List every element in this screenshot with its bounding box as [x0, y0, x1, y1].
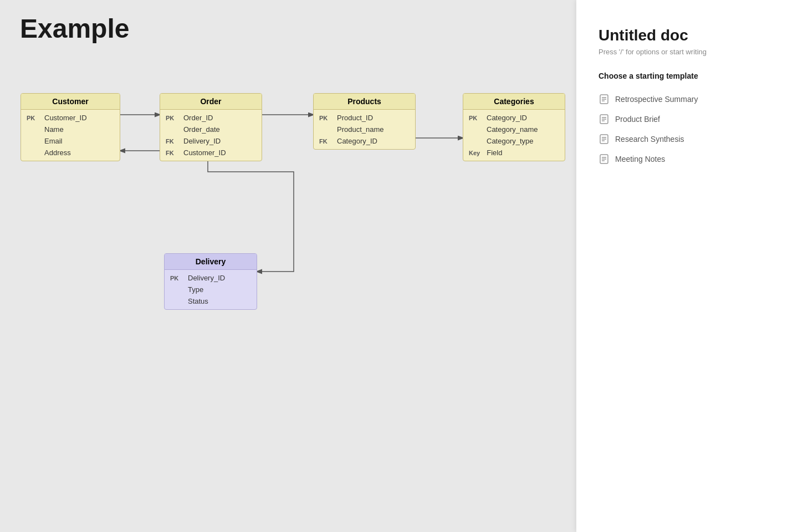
entity-categories-header: Categories — [463, 94, 565, 110]
table-row: FK Category_ID — [314, 135, 415, 147]
key-label: FK — [166, 138, 177, 145]
field-label: Product_ID — [337, 114, 373, 122]
field-label: Product_name — [337, 125, 384, 134]
entity-products-body: PK Product_ID Product_name FK Category_I… — [314, 110, 415, 149]
field-label: Category_type — [487, 137, 534, 145]
side-panel-title: Untitled doc — [598, 27, 776, 44]
template-label: Retrospective Summary — [615, 95, 698, 104]
entity-order-header: Order — [160, 94, 262, 110]
table-row: Order_date — [160, 124, 262, 135]
table-row: Product_name — [314, 124, 415, 135]
table-row: PK Order_ID — [160, 112, 262, 124]
side-panel-hint: Press '/' for options or start writing — [598, 48, 776, 56]
field-label: Category_ID — [337, 137, 377, 145]
field-label: Category_name — [487, 125, 538, 134]
field-label: Delivery_ID — [183, 137, 221, 145]
entity-order-body: PK Order_ID Order_date FK Delivery_ID FK… — [160, 110, 262, 161]
key-label: PK — [27, 115, 38, 121]
side-panel-section-title: Choose a starting template — [598, 71, 776, 80]
template-label: Research Synthesis — [615, 135, 684, 144]
entity-categories[interactable]: Categories PK Category_ID Category_name … — [463, 93, 565, 161]
connectors-svg — [0, 0, 576, 532]
template-item-retrospective[interactable]: Retrospective Summary — [598, 89, 776, 109]
field-label: Customer_ID — [44, 114, 87, 122]
document-icon — [598, 114, 610, 125]
table-row: Address — [21, 147, 120, 158]
table-row: PK Customer_ID — [21, 112, 120, 124]
template-item-product-brief[interactable]: Product Brief — [598, 109, 776, 129]
entity-customer[interactable]: Customer PK Customer_ID Name Email Addre… — [21, 93, 120, 161]
field-label: Field — [487, 149, 502, 157]
table-row: Category_name — [463, 124, 565, 135]
table-row: PK Product_ID — [314, 112, 415, 124]
entity-order[interactable]: Order PK Order_ID Order_date FK Delivery… — [160, 93, 262, 161]
field-label: Delivery_ID — [188, 274, 225, 282]
side-panel: Untitled doc Press '/' for options or st… — [576, 0, 798, 532]
entity-customer-body: PK Customer_ID Name Email Address — [21, 110, 120, 161]
document-icon — [598, 94, 610, 105]
document-icon — [598, 134, 610, 145]
key-label: FK — [319, 138, 330, 145]
field-label: Order_date — [183, 125, 220, 134]
table-row: FK Customer_ID — [160, 147, 262, 158]
entity-products-header: Products — [314, 94, 415, 110]
template-item-research-synthesis[interactable]: Research Synthesis — [598, 129, 776, 149]
template-label: Product Brief — [615, 115, 660, 124]
field-label: Email — [44, 137, 63, 145]
key-label: PK — [170, 275, 181, 282]
key-label: FK — [166, 150, 177, 156]
entity-customer-header: Customer — [21, 94, 120, 110]
table-row: Email — [21, 135, 120, 147]
table-row: Key Field — [463, 147, 565, 158]
field-label: Name — [44, 125, 64, 134]
page-title: Example — [20, 13, 129, 44]
table-row: Category_type — [463, 135, 565, 147]
entity-categories-body: PK Category_ID Category_name Category_ty… — [463, 110, 565, 161]
entity-delivery-body: PK Delivery_ID Type Status — [165, 270, 257, 309]
key-label: PK — [469, 115, 480, 121]
key-label: Key — [469, 150, 480, 156]
field-label: Status — [188, 297, 208, 305]
key-label: PK — [319, 115, 330, 121]
diagram-area: Example Customer PK Customer_ID — [0, 0, 576, 532]
table-row: Type — [165, 284, 257, 295]
field-label: Category_ID — [487, 114, 527, 122]
table-row: Status — [165, 295, 257, 307]
table-row: FK Delivery_ID — [160, 135, 262, 147]
template-label: Meeting Notes — [615, 155, 665, 163]
document-icon — [598, 154, 610, 165]
key-label: PK — [166, 115, 177, 121]
field-label: Address — [44, 149, 71, 157]
table-row: Name — [21, 124, 120, 135]
field-label: Customer_ID — [183, 149, 226, 157]
template-item-meeting-notes[interactable]: Meeting Notes — [598, 149, 776, 169]
entity-products[interactable]: Products PK Product_ID Product_name FK C… — [313, 93, 416, 150]
table-row: PK Category_ID — [463, 112, 565, 124]
field-label: Order_ID — [183, 114, 213, 122]
field-label: Type — [188, 285, 203, 294]
entity-delivery[interactable]: Delivery PK Delivery_ID Type Status — [164, 253, 257, 310]
entity-delivery-header: Delivery — [165, 254, 257, 270]
table-row: PK Delivery_ID — [165, 272, 257, 284]
